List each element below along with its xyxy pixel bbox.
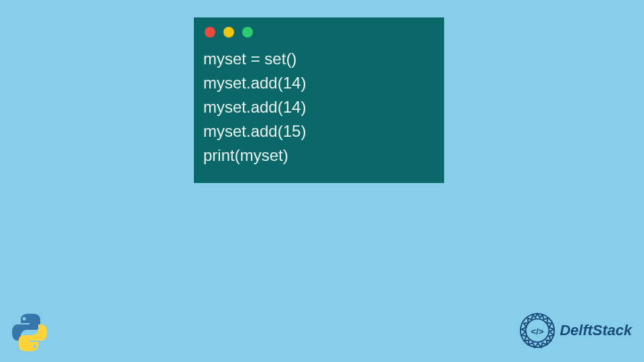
window-controls [203, 27, 435, 38]
brand-text: DelftStack [559, 322, 632, 339]
code-line: myset.add(15) [203, 119, 435, 143]
svg-text:</>: </> [531, 326, 545, 337]
maximize-icon [242, 27, 253, 38]
code-window: myset = set() myset.add(14) myset.add(14… [194, 17, 444, 183]
delftstack-logo: </> DelftStack [518, 311, 632, 350]
gear-icon: </> [518, 311, 557, 350]
minimize-icon [223, 27, 234, 38]
code-line: print(myset) [203, 143, 435, 168]
code-line: myset.add(14) [203, 71, 435, 95]
close-icon [205, 27, 215, 38]
code-line: myset = set() [203, 47, 435, 71]
code-line: myset.add(14) [203, 95, 435, 119]
python-logo-icon [8, 311, 51, 354]
